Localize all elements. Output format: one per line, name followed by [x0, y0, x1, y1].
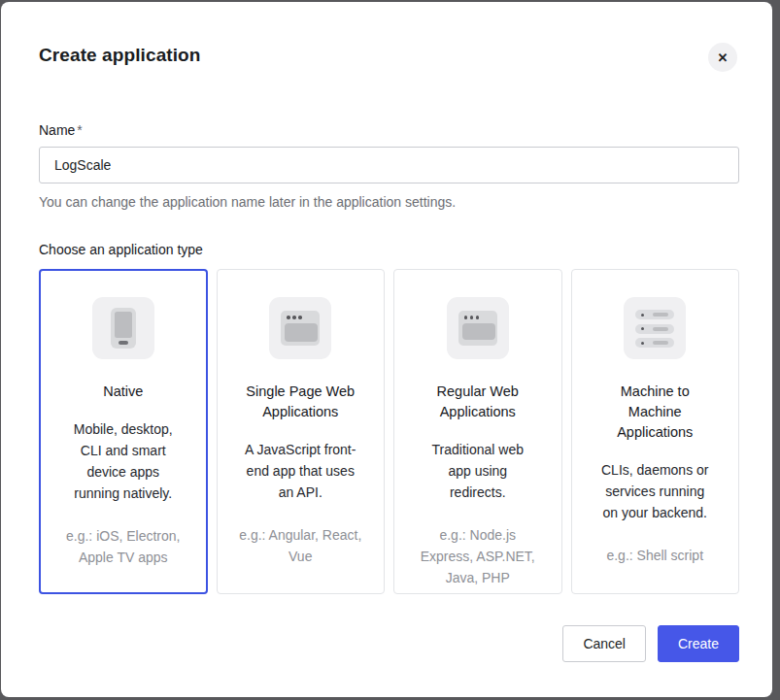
browser-window-icon [447, 297, 509, 359]
application-type-label: Choose an application type [39, 242, 737, 257]
card-example: e.g.: Node.js Express, ASP.NET, Java, PH… [416, 524, 539, 588]
name-helper-text: You can change the application name late… [39, 194, 737, 210]
create-application-dialog: Create application ✕ Name* You can chang… [1, 2, 772, 697]
card-title: Native [66, 382, 181, 402]
card-example: e.g.: Angular, React, Vue [239, 524, 362, 567]
card-example: e.g.: iOS, Electron, Apple TV apps [61, 525, 185, 568]
card-description: CLIs, daemons or services running on you… [596, 459, 714, 523]
card-single-page-web[interactable]: Single Page Web Applications A JavaScrip… [217, 269, 386, 594]
card-description: A JavaScript front-end app that uses an … [242, 439, 359, 503]
name-field-section: Name* You can change the application nam… [39, 122, 737, 210]
dialog-footer: Cancel Create [39, 625, 739, 662]
card-machine-to-machine[interactable]: Machine to Machine Applications CLIs, da… [571, 269, 740, 594]
cancel-button[interactable]: Cancel [562, 625, 646, 662]
required-asterisk: * [77, 122, 82, 138]
close-button[interactable]: ✕ [708, 43, 737, 72]
browser-icon [269, 297, 331, 359]
card-title: Regular Web Applications [421, 382, 535, 422]
card-title: Single Page Web Applications [243, 382, 357, 422]
dialog-header: Create application ✕ [39, 43, 737, 72]
card-native[interactable]: Native Mobile, desktop, CLI and smart de… [39, 269, 208, 594]
card-title: Machine to Machine Applications [597, 382, 712, 443]
application-type-section: Choose an application type Native Mobile… [39, 242, 737, 594]
close-icon: ✕ [718, 50, 729, 65]
create-button[interactable]: Create [658, 625, 739, 662]
server-stack-icon [624, 297, 686, 359]
application-type-cards: Native Mobile, desktop, CLI and smart de… [39, 269, 739, 594]
dialog-title: Create application [39, 43, 201, 66]
phone-icon [92, 297, 154, 359]
name-label: Name* [39, 122, 737, 138]
card-regular-web[interactable]: Regular Web Applications Traditional web… [393, 269, 562, 594]
card-description: Traditional web app using redirects. [419, 439, 536, 503]
application-name-input[interactable] [39, 147, 739, 183]
card-example: e.g.: Shell script [593, 545, 717, 566]
card-description: Mobile, desktop, CLI and smart device ap… [64, 418, 182, 504]
